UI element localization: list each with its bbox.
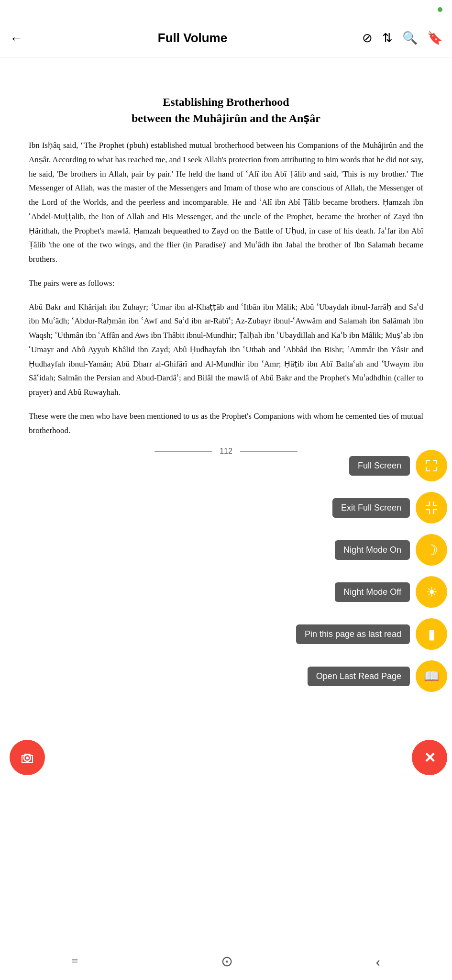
close-fab-container: ✕ [412,740,447,775]
status-dot [438,7,442,12]
open-last-read-button[interactable]: 📖 [416,660,447,692]
svg-rect-12 [429,510,430,514]
svg-rect-13 [426,509,430,510]
exit-fullscreen-button[interactable] [416,492,447,523]
pin-last-read-button[interactable]: ▮ [416,618,447,650]
svg-rect-5 [426,467,427,471]
nav-menu-icon[interactable]: ≡ [71,954,78,969]
back-button[interactable]: ← [10,31,23,46]
night-mode-off-label: Night Mode Off [335,582,410,602]
close-button[interactable]: ✕ [412,740,447,775]
sort-icon[interactable]: ⇅ [382,31,393,45]
bottom-nav: ≡ ⊙ ‹ [0,942,452,980]
paragraph-2: The pairs were as follows: [29,276,423,290]
exit-fullscreen-row: Exit Full Screen [296,492,447,523]
content-area: Establishing Brotherhood between the Muh… [0,57,452,871]
chapter-subtitle: between the Muhâjirûn and the Anṣâr [29,111,423,125]
page-line-left [154,451,212,452]
open-last-read-row: Open Last Read Page 📖 [296,660,447,692]
camera-button[interactable] [10,740,45,775]
svg-rect-14 [433,510,434,514]
search-icon[interactable]: 🔍 [402,31,418,45]
close-icon: ✕ [424,749,436,766]
svg-rect-1 [426,460,427,464]
bookmark-icon[interactable]: 🔖 [427,31,442,45]
open-last-read-label: Open Last Read Page [308,667,410,686]
book-icon: 📖 [424,669,439,684]
pin-last-read-label: Pin this page as last read [296,624,410,644]
moon-icon: ☽ [425,542,438,558]
rotate-icon[interactable]: ⊘ [362,31,373,45]
toolbar: ← Full Volume ⊘ ⇅ 🔍 🔖 [0,19,452,57]
page-line-right [240,451,298,452]
fullscreen-icon [424,458,439,473]
page-number: 112 [220,447,232,456]
exit-fullscreen-label: Exit Full Screen [332,498,410,518]
floating-controls: Full Screen Exit Full Screen [296,450,447,697]
status-bar [0,0,452,19]
fullscreen-button[interactable] [416,450,447,481]
toolbar-title: Full Volume [33,31,353,45]
paragraph-1: Ibn Isḥâq said, "The Prophet (pbuh) esta… [29,138,423,267]
night-mode-off-button[interactable]: ☀ [416,576,447,608]
svg-rect-10 [433,501,434,506]
svg-rect-8 [429,501,430,506]
pin-bookmark-icon: ▮ [428,626,435,642]
toolbar-icons: ⊘ ⇅ 🔍 🔖 [362,31,442,45]
svg-rect-15 [433,509,437,510]
nav-home-icon[interactable]: ⊙ [221,953,233,969]
chapter-title: Establishing Brotherhood [29,96,423,109]
fullscreen-label: Full Screen [349,456,410,476]
svg-point-17 [26,757,29,759]
paragraph-4: These were the men who have been mention… [29,409,423,438]
sun-icon: ☀ [426,584,438,600]
fullscreen-row: Full Screen [296,450,447,481]
night-mode-on-label: Night Mode On [335,540,410,560]
svg-rect-3 [436,460,437,464]
paragraph-3: Abû Bakr and Khârijah ibn Zuhayr; ʿUmar … [29,300,423,400]
night-mode-off-row: Night Mode Off ☀ [296,576,447,608]
camera-fab-container [10,740,45,775]
camera-icon [19,749,35,766]
svg-rect-7 [436,467,437,471]
nav-back-icon[interactable]: ‹ [375,952,381,970]
night-mode-on-row: Night Mode On ☽ [296,534,447,566]
svg-rect-11 [433,505,437,506]
night-mode-on-button[interactable]: ☽ [416,534,447,566]
exit-fullscreen-icon [424,501,439,515]
svg-rect-9 [426,505,430,506]
pin-last-read-row: Pin this page as last read ▮ [296,618,447,650]
